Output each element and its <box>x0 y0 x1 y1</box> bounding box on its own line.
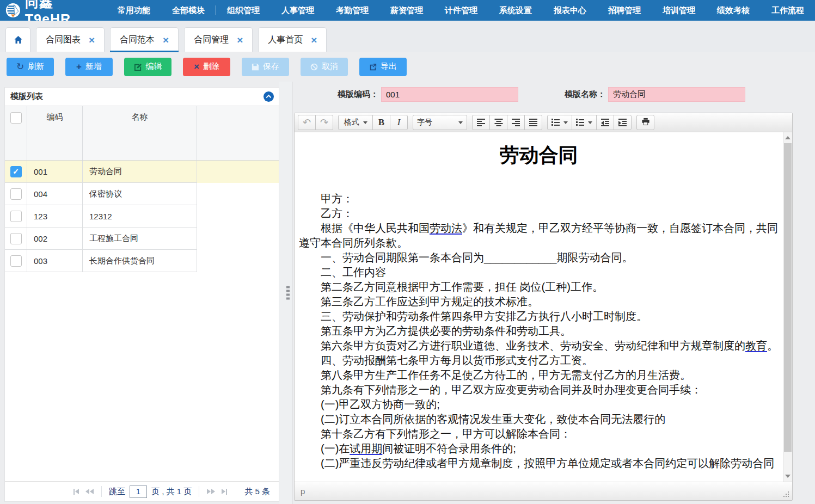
tab-1[interactable]: 合同范本× <box>110 27 179 52</box>
nav-item-11[interactable]: 绩效考核 <box>706 5 761 16</box>
cell-filler <box>197 205 279 228</box>
scroll-down-icon[interactable] <box>783 472 792 481</box>
cell-filler <box>197 183 279 205</box>
prev-page-button[interactable] <box>85 489 94 494</box>
jump-to-label: 跳至 <box>109 487 125 497</box>
doc-paragraph: (二)严重违反劳动纪律或者甲方规章制度，按照甲方单位规定或者本合同约定可以解除劳… <box>299 456 779 471</box>
tab-close-icon[interactable]: × <box>311 35 317 45</box>
collapse-panel-button[interactable] <box>264 91 274 102</box>
tab-close-icon[interactable]: × <box>237 35 243 45</box>
print-icon <box>641 118 650 127</box>
align-center-button[interactable] <box>489 115 507 130</box>
doc-paragraph: 二、工作内容 <box>299 265 779 280</box>
doc-link[interactable]: 试用期 <box>350 442 382 454</box>
toolbar-group <box>636 115 654 130</box>
doc-text: 第九条有下列情形之一的，甲乙双方应变更劳动合同并及时办理变更合同手续： <box>321 384 702 396</box>
cell-filler <box>197 250 279 272</box>
doc-link[interactable]: 劳动法 <box>430 222 462 234</box>
scroll-up-icon[interactable] <box>783 133 792 142</box>
numbered-list-button[interactable] <box>572 115 597 130</box>
refresh-button[interactable]: ↻刷新 <box>7 58 54 76</box>
nav-item-6[interactable]: 计件管理 <box>434 5 488 16</box>
bullet-list-button[interactable] <box>547 115 572 130</box>
outdent-button[interactable] <box>596 115 614 130</box>
template-code-input[interactable] <box>381 87 518 102</box>
tab-home[interactable] <box>5 27 30 52</box>
document-body[interactable]: 劳动合同 甲方：乙方：根据《中华人民共和国劳动法》和有关规定，甲乙双方经平等协商… <box>295 132 783 482</box>
action-toolbar: ↻刷新+新增编辑×删除保存取消导出 <box>0 52 815 82</box>
align-right-button[interactable] <box>507 115 525 130</box>
template-name-input[interactable] <box>608 87 745 102</box>
print-button[interactable] <box>636 115 654 130</box>
nav-item-4[interactable]: 考勤管理 <box>325 5 379 16</box>
tab-0[interactable]: 合同图表× <box>36 27 105 52</box>
table-row[interactable]: 002工程施工合同 <box>5 228 279 250</box>
refresh-icon: ↻ <box>16 62 24 71</box>
panel-splitter[interactable] <box>279 82 292 504</box>
doc-text: 第十条乙方有下列情形之一，甲方可以解除本合同： <box>321 428 571 440</box>
row-checkbox[interactable] <box>10 211 22 222</box>
nav-item-3[interactable]: 人事管理 <box>271 5 325 16</box>
align-left-button[interactable] <box>472 115 490 130</box>
align-right-icon <box>512 118 520 127</box>
nav-item-8[interactable]: 报表中心 <box>543 5 597 16</box>
bullist-icon <box>551 118 560 127</box>
doc-text: 乙方： <box>321 207 353 219</box>
fontsize-select-label: 字号 <box>417 118 432 127</box>
format-select[interactable]: 格式 <box>338 115 373 130</box>
nav-item-2[interactable]: 组织管理 <box>216 5 271 16</box>
select-all-checkbox[interactable] <box>10 112 22 124</box>
row-checkbox[interactable]: ✓ <box>10 166 22 177</box>
nav-item-10[interactable]: 培训管理 <box>652 5 706 16</box>
italic-button[interactable]: I <box>390 115 408 130</box>
tab-3[interactable]: 人事首页× <box>258 27 327 52</box>
page-number-input[interactable] <box>130 485 147 498</box>
table-row[interactable]: 004保密协议 <box>5 183 279 205</box>
nav-item-1[interactable]: 全部模块 <box>161 5 216 16</box>
doc-text: 第八条甲方生产工作任务不足使乙方待工的，甲方无需支付乙方的月生活费。 <box>321 369 691 381</box>
delete-button[interactable]: ×删除 <box>183 58 230 76</box>
table-row[interactable]: 12312312 <box>5 205 279 228</box>
tab-close-icon[interactable]: × <box>163 35 169 45</box>
cell-code: 004 <box>27 183 83 205</box>
doc-text: 根据《中华人民共和国 <box>321 222 430 234</box>
home-icon <box>14 35 23 44</box>
doc-text: (一)甲乙双方协商一致的; <box>321 398 440 410</box>
last-page-button[interactable] <box>222 489 227 495</box>
plus-button[interactable]: +新增 <box>65 58 113 76</box>
tab-label: 人事首页 <box>268 34 303 46</box>
panel-header: 模版列表 <box>5 88 279 106</box>
nav-item-9[interactable]: 招聘管理 <box>597 5 652 16</box>
tab-2[interactable]: 合同管理× <box>184 27 253 52</box>
nav-item-5[interactable]: 薪资管理 <box>379 5 434 16</box>
outdent-icon <box>601 118 609 127</box>
bold-button[interactable]: B <box>372 115 390 130</box>
export-button[interactable]: 导出 <box>359 58 407 76</box>
tab-close-icon[interactable]: × <box>89 35 95 45</box>
nav-item-0[interactable]: 常用功能 <box>107 5 161 16</box>
format-select-label: 格式 <box>344 118 359 127</box>
select-all-cell <box>5 106 27 160</box>
resize-grip-icon[interactable] <box>788 496 789 497</box>
doc-link[interactable]: 教育 <box>745 340 767 352</box>
nav-item-12[interactable]: 工作流程 <box>761 5 815 16</box>
save-icon <box>252 63 259 71</box>
first-page-button[interactable] <box>73 489 79 495</box>
table-row[interactable]: 003长期合作供货合同 <box>5 250 279 272</box>
row-checkbox[interactable] <box>10 233 22 244</box>
align-justify-button[interactable] <box>524 115 542 130</box>
fontsize-select[interactable]: 字号 <box>413 115 467 130</box>
row-checkbox[interactable] <box>10 188 22 200</box>
cell-name: 工程施工合同 <box>83 228 197 250</box>
scrollbar-thumb[interactable] <box>784 143 792 452</box>
table-row[interactable]: ✓001劳动合同 <box>5 161 279 183</box>
editor-scrollbar[interactable] <box>783 132 792 482</box>
row-checkbox-cell <box>5 228 27 250</box>
row-checkbox[interactable] <box>10 255 22 267</box>
nav-item-7[interactable]: 系统设置 <box>488 5 543 16</box>
next-page-button[interactable] <box>207 489 215 494</box>
indent-button[interactable] <box>614 115 632 130</box>
doc-paragraph: 第九条有下列情形之一的，甲乙双方应变更劳动合同并及时办理变更合同手续： <box>299 383 779 397</box>
edit-button[interactable]: 编辑 <box>124 58 171 76</box>
template-list-panel: 模版列表 编码 名称 ✓001劳动合同004保密协议12312312002工程施… <box>4 87 279 502</box>
